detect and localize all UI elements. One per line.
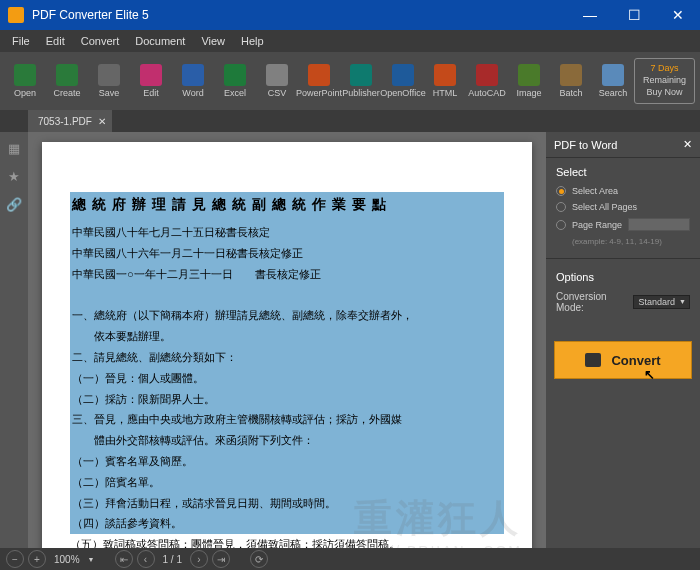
radio-icon [556,186,566,196]
tabbar: 7053-1.PDF ✕ [0,110,700,132]
zoom-dropdown-icon[interactable]: ▼ [88,556,95,563]
panel-title: PDF to Word [554,139,617,151]
zoom-in-button[interactable]: + [28,550,46,568]
maximize-button[interactable]: ☐ [612,0,656,30]
powerpoint-icon [308,64,330,86]
menu-convert[interactable]: Convert [73,32,128,50]
doc-line [72,286,502,306]
convert-icon [585,353,601,367]
edit-icon [140,64,162,86]
tool-html[interactable]: HTML [424,57,466,105]
tab-label: 7053-1.PDF [38,116,92,127]
html-icon [434,64,456,86]
tool-powerpoint[interactable]: PowerPoint [298,57,340,105]
tool-publisher[interactable]: Publisher [340,57,382,105]
next-page-button[interactable]: › [190,550,208,568]
doc-line: 依本要點辦理。 [72,327,502,347]
menu-view[interactable]: View [193,32,233,50]
toolbar: OpenCreateSaveEditWordExcelCSVPowerPoint… [0,52,700,110]
titlebar: PDF Converter Elite 5 — ☐ ✕ [0,0,700,30]
autocad-icon [476,64,498,86]
tool-autocad[interactable]: AutoCAD [466,57,508,105]
menu-file[interactable]: File [4,32,38,50]
tool-csv[interactable]: CSV [256,57,298,105]
app-icon [8,7,24,23]
radio-select-all[interactable]: Select All Pages [556,202,690,212]
tool-batch[interactable]: Batch [550,57,592,105]
tool-excel[interactable]: Excel [214,57,256,105]
image-icon [518,64,540,86]
cursor-icon: ↖ [644,367,655,382]
tab-close-icon[interactable]: ✕ [98,116,106,127]
mode-select[interactable]: Standard ▼ [633,295,690,309]
create-icon [56,64,78,86]
publisher-icon [350,64,372,86]
minimize-button[interactable]: — [568,0,612,30]
doc-line: 中華民國八十年七月二十五日秘書長核定 [72,223,502,243]
search-icon [602,64,624,86]
doc-line: 一、總統府（以下簡稱本府）辦理請見總統、副總統，除奉交辦者外， [72,306,502,326]
panel-close-icon[interactable]: ✕ [683,138,692,151]
trial-days: 7 Days [643,63,686,75]
menubar: File Edit Convert Document View Help [0,30,700,52]
doc-line: 中華民國一○一年十二月三十一日 書長核定修正 [72,265,502,285]
trial-remaining: Remaining [643,75,686,87]
doc-line: 中華民國八十六年一月二十一日秘書長核定修正 [72,244,502,264]
left-rail: ▦ ★ 🔗 [0,132,28,548]
doc-line: （一）賓客名單及簡歷。 [72,452,502,472]
watermark-url: // BRIIAN . COM [389,539,522,548]
tool-word[interactable]: Word [172,57,214,105]
statusbar: − + 100% ▼ ⇤ ‹ 1 / 1 › ⇥ ⟳ [0,548,700,570]
rail-attachments-icon[interactable]: 🔗 [4,194,24,214]
chevron-down-icon: ▼ [679,298,686,305]
tool-open[interactable]: Open [4,57,46,105]
save-icon [98,64,120,86]
menu-document[interactable]: Document [127,32,193,50]
page-indicator: 1 / 1 [159,554,186,565]
prev-page-button[interactable]: ‹ [137,550,155,568]
excel-icon [224,64,246,86]
tool-create[interactable]: Create [46,57,88,105]
openoffice-icon [392,64,414,86]
options-heading: Options [556,271,690,283]
mode-label: Conversion Mode: [556,291,627,313]
page-range-input[interactable] [628,218,690,231]
tool-image[interactable]: Image [508,57,550,105]
rail-thumbnails-icon[interactable]: ▦ [4,138,24,158]
first-page-button[interactable]: ⇤ [115,550,133,568]
doc-line: 體由外交部核轉或評估。來函須附下列文件： [72,431,502,451]
csv-icon [266,64,288,86]
radio-icon [556,202,566,212]
select-heading: Select [556,166,690,178]
doc-title: 總統府辦理請見總統副總統作業要點 [72,192,502,217]
tool-edit[interactable]: Edit [130,57,172,105]
convert-button[interactable]: Convert ↖ [554,341,692,379]
close-button[interactable]: ✕ [656,0,700,30]
menu-edit[interactable]: Edit [38,32,73,50]
last-page-button[interactable]: ⇥ [212,550,230,568]
radio-select-area[interactable]: Select Area [556,186,690,196]
tool-save[interactable]: Save [88,57,130,105]
rail-bookmarks-icon[interactable]: ★ [4,166,24,186]
zoom-value: 100% [50,554,84,565]
batch-icon [560,64,582,86]
open-icon [14,64,36,86]
doc-line: （一）晉見：個人或團體。 [72,369,502,389]
page: 總統府辦理請見總統副總統作業要點 中華民國八十年七月二十五日秘書長核定中華民國八… [42,142,532,548]
tool-openoffice[interactable]: OpenOffice [382,57,424,105]
trial-buy: Buy Now [643,87,686,99]
radio-page-range[interactable]: Page Range [556,218,690,231]
document-tab[interactable]: 7053-1.PDF ✕ [28,110,112,132]
document-view[interactable]: 總統府辦理請見總統副總統作業要點 中華民國八十年七月二十五日秘書長核定中華民國八… [28,132,546,548]
menu-help[interactable]: Help [233,32,272,50]
refresh-button[interactable]: ⟳ [250,550,268,568]
doc-line: 三、晉見，應由中央或地方政府主管機關核轉或評估；採訪，外國媒 [72,410,502,430]
range-example: (example: 4-9, 11, 14-19) [572,237,690,246]
side-panel: PDF to Word ✕ Select Select Area Select … [546,132,700,548]
tool-search[interactable]: Search [592,57,634,105]
trial-notice[interactable]: 7 Days Remaining Buy Now [634,58,695,103]
app-title: PDF Converter Elite 5 [32,8,149,22]
word-icon [182,64,204,86]
zoom-out-button[interactable]: − [6,550,24,568]
doc-line: 二、請見總統、副總統分類如下： [72,348,502,368]
